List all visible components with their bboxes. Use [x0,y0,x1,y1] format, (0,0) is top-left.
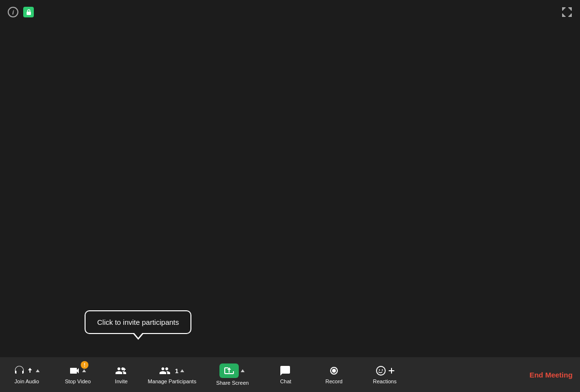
stop-video-icon-row: ! [69,365,87,377]
lock-icon[interactable] [23,7,34,17]
share-screen-icon [224,366,234,375]
manage-participants-button[interactable]: 1 Manage Participants [141,357,203,392]
share-screen-icon-row [219,363,246,378]
svg-marker-1 [36,369,40,372]
video-warning-badge: ! [81,361,88,369]
participants-icon [159,365,173,377]
chat-button[interactable]: Chat [261,357,310,392]
manage-participants-chevron[interactable] [179,368,185,374]
invite-icon-row [115,365,128,377]
manage-participants-icon-row: 1 [159,365,185,377]
headphones-icon [14,365,25,377]
join-audio-chevron[interactable] [35,368,41,374]
svg-point-8 [379,369,380,370]
svg-marker-2 [82,369,86,372]
top-bar: i [0,0,580,24]
chat-label: Chat [280,378,291,384]
stop-video-label: Stop Video [65,378,91,384]
audio-up-arrow-icon [26,367,34,375]
chat-icon [279,365,292,377]
participant-count: 1 [175,367,178,375]
invite-label: Invite [115,378,128,384]
end-meeting-button[interactable]: End Meeting [522,357,580,392]
main-content [0,0,580,357]
video-camera-icon [69,365,80,377]
reactions-label: Reactions [373,378,397,384]
reactions-plus-icon [388,367,395,374]
stop-video-button[interactable]: ! Stop Video [54,357,102,392]
join-audio-icon-row [14,365,41,377]
join-audio-label: Join Audio [14,378,39,384]
invite-tooltip: Click to invite participants [85,310,191,334]
svg-marker-4 [241,369,245,372]
reactions-button[interactable]: Reactions [358,357,411,392]
info-icon[interactable]: i [8,7,18,17]
chat-icon-row [279,365,292,377]
share-screen-button[interactable]: Share Screen [203,357,261,392]
reactions-icon-row [375,365,395,377]
manage-participants-label: Manage Participants [148,378,196,384]
record-label: Record [325,378,342,384]
invite-button[interactable]: Invite [102,357,141,392]
end-meeting-label: End Meeting [529,371,572,379]
toolbar: Join Audio ! Stop Video Invite [0,357,580,392]
record-button[interactable]: Record [310,357,358,392]
svg-point-6 [332,369,336,373]
share-icon-bg [219,363,239,378]
top-left-icons: i [8,7,34,17]
fullscreen-icon[interactable] [562,7,572,17]
svg-point-9 [382,369,383,370]
join-audio-button[interactable]: Join Audio [0,357,54,392]
share-screen-chevron[interactable] [240,368,246,374]
svg-rect-0 [27,12,31,15]
record-icon [328,365,340,377]
reactions-icon [375,365,387,377]
record-icon-row [328,365,340,377]
svg-marker-3 [180,369,184,372]
svg-point-7 [377,366,385,375]
add-person-icon [115,365,128,377]
share-screen-label: Share Screen [216,380,248,386]
